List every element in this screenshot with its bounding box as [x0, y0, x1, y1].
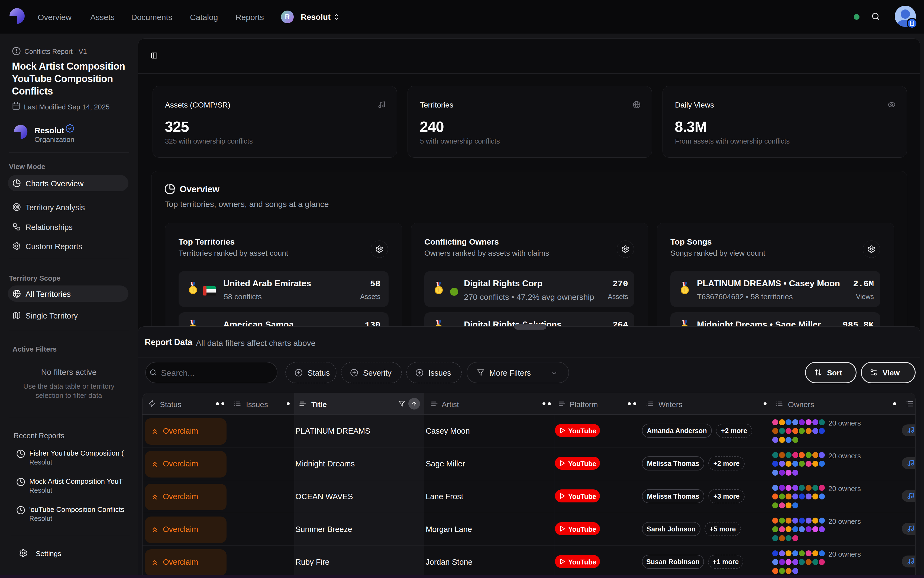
svg-text:1: 1 [191, 287, 194, 293]
svg-text:1: 1 [437, 287, 440, 293]
svg-text:1: 1 [683, 287, 686, 293]
